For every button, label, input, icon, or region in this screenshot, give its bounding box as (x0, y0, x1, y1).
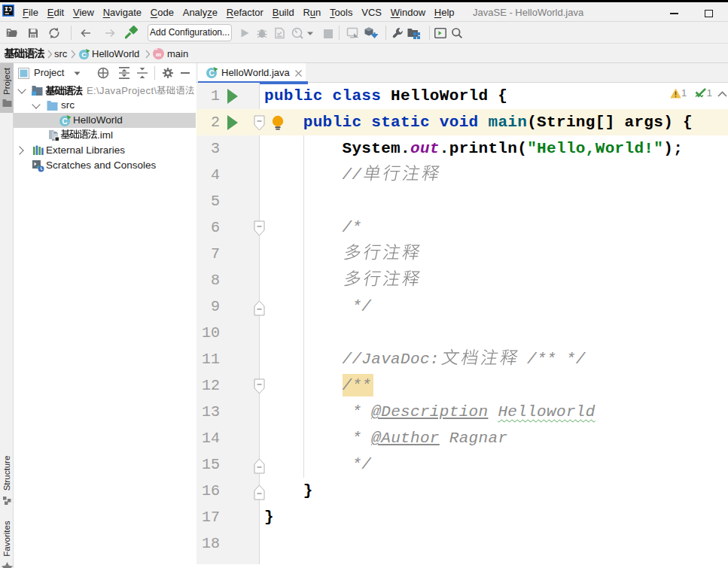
svg-text:C: C (209, 69, 214, 77)
svg-text:C: C (62, 117, 67, 126)
svg-text:C: C (81, 50, 87, 59)
svg-text:m: m (156, 50, 161, 58)
